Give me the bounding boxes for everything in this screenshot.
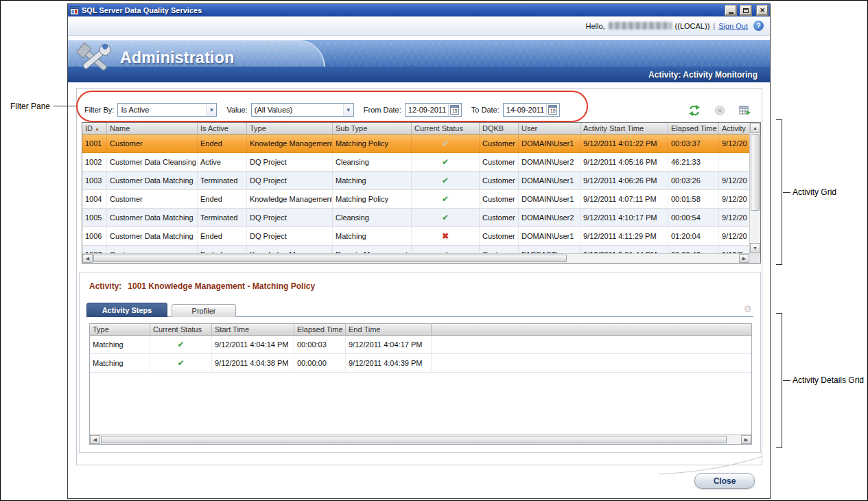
- cell-end: 9/12/2011 4:04:39 PM: [346, 354, 432, 372]
- close-button[interactable]: Close: [694, 473, 755, 489]
- app-icon: [70, 6, 79, 15]
- footer-decorative-curve: [659, 456, 764, 475]
- tab-profiler[interactable]: Profiler: [172, 304, 236, 317]
- from-date-calendar-button[interactable]: 15: [448, 104, 461, 116]
- scroll-right-arrow-icon[interactable]: ▶: [741, 435, 751, 444]
- status-success-icon: ✔: [442, 195, 449, 203]
- column-header-status[interactable]: Current Status: [412, 123, 480, 134]
- export-to-excel-button[interactable]: [738, 104, 752, 117]
- horizontal-scroll-thumb[interactable]: [93, 255, 567, 262]
- to-date-calendar-button[interactable]: 15: [546, 104, 559, 116]
- tools-icon: [73, 41, 115, 77]
- activity-row-1002[interactable]: 1002Customer Data CleansingActiveDQ Proj…: [82, 153, 749, 172]
- cell-elapsed: 00:00:03: [294, 336, 346, 353]
- cell-end: 9/12/20: [719, 190, 749, 208]
- server-name: ((LOCAL)): [675, 22, 710, 30]
- column-header-user[interactable]: User: [519, 123, 580, 134]
- status-success-icon: ✔: [177, 359, 184, 367]
- title-bar[interactable]: SQL Server Data Quality Services ✕: [68, 4, 770, 16]
- minimize-icon: [729, 12, 734, 14]
- annotation-filter-pane: Filter Pane: [10, 102, 50, 111]
- column-header-name[interactable]: Name: [107, 123, 198, 134]
- column-header-start_time[interactable]: Activity Start Time: [580, 123, 668, 134]
- vertical-scrollbar[interactable]: ▲ ▼: [749, 123, 760, 253]
- annotation-activity-details-grid: Activity Details Grid: [793, 375, 864, 385]
- scroll-left-arrow-icon[interactable]: ◀: [82, 254, 93, 263]
- cell-status: ✔: [412, 190, 480, 208]
- column-header-elapsed[interactable]: Elapsed Time: [668, 123, 719, 134]
- page-title: Administration: [120, 49, 234, 67]
- activity-step-row-1[interactable]: Matching✔9/12/2011 4:04:14 PM00:00:039/1…: [90, 336, 751, 354]
- cell-start_time: 9/12/2011 4:06:26 PM: [580, 172, 668, 189]
- column-header-sub_type[interactable]: Sub Type: [333, 123, 412, 134]
- from-date-value: 12-09-2011: [406, 106, 448, 114]
- details-grid-header: TypeCurrent StatusStart TimeElapsed Time…: [90, 324, 751, 336]
- column-header-dqkb[interactable]: DQKB: [480, 123, 519, 134]
- details-horizontal-scrollbar[interactable]: ◀ ▶: [90, 434, 751, 444]
- from-date-field[interactable]: 12-09-2011 15: [405, 103, 462, 117]
- column-header-status[interactable]: Current Status: [150, 324, 212, 335]
- details-title-value: 1001 Knowledge Management - Matching Pol…: [128, 281, 315, 291]
- cell-name: Customer: [107, 246, 198, 253]
- value-value: (All Values): [252, 106, 343, 114]
- filter-by-select[interactable]: Is Active ▼: [117, 103, 217, 117]
- value-select[interactable]: (All Values) ▼: [251, 103, 354, 117]
- cell-end: 9/12/2: [719, 246, 749, 253]
- column-header-is_active[interactable]: Is Active: [198, 123, 247, 134]
- scroll-up-arrow-icon[interactable]: ▲: [750, 123, 760, 133]
- column-header-type[interactable]: Type: [247, 123, 333, 134]
- scroll-left-arrow-icon[interactable]: ◀: [90, 435, 100, 444]
- sign-out-link[interactable]: Sign Out: [718, 22, 748, 30]
- cell-status: ✔: [412, 153, 480, 171]
- cell-start_time: 9/12/2011 5:01:44 PM: [580, 246, 668, 253]
- refresh-button[interactable]: [688, 104, 701, 117]
- horizontal-scrollbar[interactable]: ◀ ▶: [82, 253, 749, 263]
- tab-activity-steps[interactable]: Activity Steps: [86, 303, 167, 317]
- cell-type: DQ Project: [247, 227, 333, 245]
- minimize-button[interactable]: [725, 5, 736, 15]
- status-success-icon: ✔: [442, 176, 449, 185]
- vertical-scroll-thumb[interactable]: [751, 134, 760, 211]
- column-header-start[interactable]: Start Time: [212, 324, 294, 335]
- column-header-end[interactable]: Activity: [719, 123, 749, 134]
- scroll-right-arrow-icon[interactable]: ▶: [739, 254, 749, 263]
- close-window-button[interactable]: ✕: [757, 5, 768, 15]
- cell-user: DOMAIN\User1: [519, 227, 580, 245]
- activity-row-1007[interactable]: 1007CustomerEndedKnowledge ManagementDom…: [82, 246, 749, 253]
- activity-row-1004[interactable]: 1004CustomerEndedKnowledge ManagementMat…: [82, 190, 749, 209]
- cell-name: Customer Data Matching: [107, 227, 198, 245]
- activity-row-1001[interactable]: 1001CustomerEndedKnowledge ManagementMat…: [82, 135, 749, 153]
- to-date-field[interactable]: 14-09-2011 15: [503, 103, 560, 117]
- help-icon[interactable]: ?: [753, 21, 764, 31]
- activity-step-row-2[interactable]: Matching✔9/12/2011 4:04:38 PM00:00:009/1…: [90, 354, 751, 373]
- cell-id: 1002: [82, 153, 107, 171]
- cell-status: ✔: [150, 336, 212, 353]
- column-header-end[interactable]: End Time: [346, 324, 432, 335]
- cell-dqkb: Customer: [480, 227, 519, 245]
- activity-row-1005[interactable]: 1005Customer Data MatchingTerminatedDQ P…: [82, 209, 749, 227]
- cell-user: DOMAIN\User2: [519, 209, 580, 226]
- banner-strip: Activity: Activity Monitoring: [68, 67, 770, 82]
- refresh-icon: [688, 105, 701, 116]
- details-horizontal-scroll-thumb[interactable]: [101, 436, 727, 443]
- activity-row-1003[interactable]: 1003Customer Data MatchingTerminatedDQ P…: [82, 172, 749, 190]
- column-header-id[interactable]: ID▲: [82, 123, 107, 134]
- screenshot-canvas: { "window": { "title": "SQL Server Data …: [0, 0, 868, 501]
- calendar-icon: 15: [450, 105, 459, 115]
- cell-id: 1003: [82, 172, 107, 189]
- annotation-line-activity-details-grid: [783, 380, 790, 381]
- details-title: Activity:1001 Knowledge Management - Mat…: [89, 281, 315, 291]
- status-success-icon: ✔: [442, 139, 449, 148]
- maximize-button[interactable]: [740, 5, 751, 15]
- cell-status: ✔: [150, 354, 212, 372]
- cell-name: Customer: [107, 135, 198, 152]
- details-export-icon: ⚙: [743, 304, 752, 314]
- activity-row-1006[interactable]: 1006Customer Data MatchingEndedDQ Projec…: [82, 227, 749, 246]
- cell-user: FAREAST\...: [519, 246, 580, 253]
- filter-by-value: Is Active: [118, 106, 206, 114]
- annotation-line-filter-pane: [54, 106, 76, 106]
- calendar-icon: 15: [548, 105, 557, 115]
- column-header-type[interactable]: Type: [90, 324, 150, 335]
- scroll-down-arrow-icon[interactable]: ▼: [750, 243, 760, 253]
- column-header-elapsed[interactable]: Elapsed Time: [294, 324, 346, 335]
